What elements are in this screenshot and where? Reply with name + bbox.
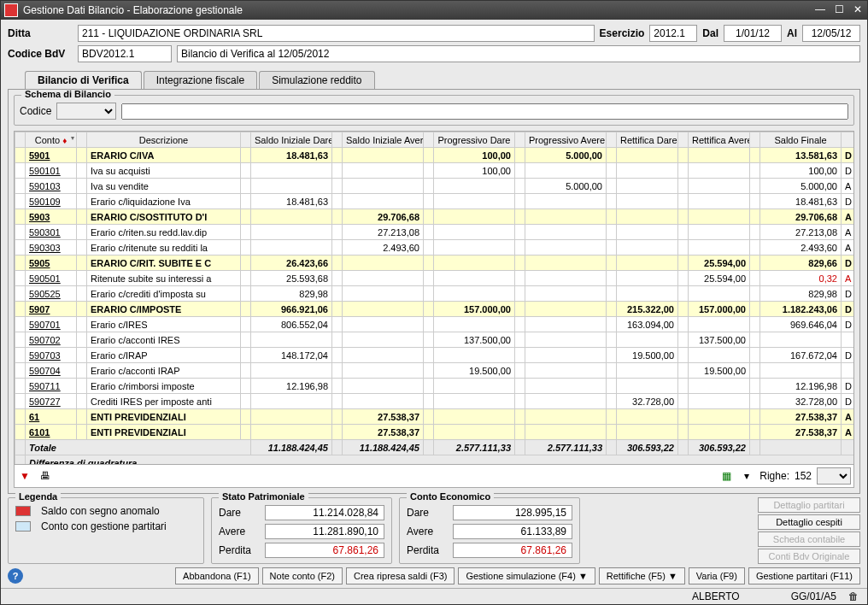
ce-perdita: 67.861,26 (453, 543, 572, 558)
table-row[interactable]: 590301Erario c/riten.su redd.lav.dip27.2… (15, 225, 854, 240)
table-row[interactable]: 5905ERARIO C/RIT. SUBITE E C26.423,6625.… (15, 256, 854, 271)
esercizio-field[interactable] (649, 25, 697, 42)
stato-perdita: 67.861,26 (265, 543, 384, 558)
status-user: ALBERTO (692, 590, 740, 602)
conto-economico-panel: Conto Economico Dare128.995,15 Avere61.1… (399, 497, 580, 564)
col-rd[interactable]: Rettifica Dare (617, 132, 678, 148)
quadratura-row: Differenza di quadratura (15, 455, 854, 465)
table-row[interactable]: 590109Erario c/liquidazione Iva18.481,63… (15, 194, 854, 209)
maximize-icon[interactable]: ☐ (833, 4, 845, 16)
rettifiche-button[interactable]: Rettifiche (F5) ▼ (599, 567, 685, 584)
status-code: GG/01/A5 (791, 590, 836, 602)
filter-icon[interactable]: ▼ (17, 468, 32, 484)
legenda-anom: Saldo con segno anomalo (41, 505, 160, 517)
grid-header: Conto ♦▾ Descrizione Saldo Iniziale Dare… (15, 132, 854, 148)
col-sf[interactable]: Saldo Finale (760, 132, 842, 148)
al-field[interactable] (802, 25, 860, 42)
table-row[interactable]: 590711Erario c/rimborsi imposte12.196,98… (15, 379, 854, 394)
rowcount-value: 152 (795, 470, 812, 482)
legenda-partitari: Conto con gestione partitari (41, 520, 167, 532)
codice-bdv-field[interactable] (78, 45, 172, 62)
ce-dare: 128.995,15 (453, 505, 572, 520)
dal-field[interactable] (724, 25, 782, 42)
totals-row: Totale 11.188.424,45 11.188.424,45 2.577… (15, 440, 854, 455)
rowcount-label: Righe: (760, 470, 789, 482)
legenda-panel: Legenda Saldo con segno anomalo Conto co… (8, 497, 204, 564)
table-row[interactable]: 590103Iva su vendite5.000,005.000,00A (15, 179, 854, 194)
col-descr[interactable]: Descrizione (87, 132, 241, 148)
schema-codice-label: Codice (20, 105, 51, 117)
ditta-label: Ditta (8, 27, 73, 39)
dal-label: Dal (702, 27, 718, 39)
print-icon[interactable]: 🖶 (38, 468, 53, 484)
table-row[interactable]: 590701Erario c/IRES806.552,04163.094,009… (15, 317, 854, 332)
crea-ripresa-button[interactable]: Crea ripresa saldi (F3) (346, 567, 455, 584)
gestione-partitari-button[interactable]: Gestione partitari (F11) (748, 567, 860, 584)
grid-scroll[interactable]: Conto ♦▾ Descrizione Saldo Iniziale Dare… (15, 132, 853, 464)
dettaglio-cespiti-button[interactable]: Dettaglio cespiti (758, 514, 860, 530)
varia-button[interactable]: Varia (F9) (689, 567, 745, 584)
header-form: Ditta Esercizio Dal Al Codice BdV (1, 20, 867, 68)
legenda-title: Legenda (15, 491, 61, 502)
col-pd[interactable]: Progressivo Dare (434, 132, 515, 148)
col-expand[interactable] (15, 132, 26, 148)
help-icon[interactable]: ? (8, 568, 23, 584)
window-title: Gestione Dati Bilancio - Elaborazione ge… (23, 4, 243, 16)
al-label: Al (787, 27, 797, 39)
excel-icon[interactable]: ▦ (718, 468, 734, 484)
schema-codice-select[interactable] (56, 103, 116, 120)
stato-title: Stato Patrimoniale (219, 491, 308, 502)
ditta-field[interactable] (78, 25, 595, 42)
stato-dare: 11.214.028,84 (265, 505, 384, 520)
note-conto-button[interactable]: Note conto (F2) (262, 567, 343, 584)
trash-icon[interactable]: 🗑 (848, 590, 859, 602)
table-row[interactable]: 590101Iva su acquisti100,00100,00D (15, 163, 854, 179)
schema-desc-field[interactable] (121, 103, 848, 120)
col-pa[interactable]: Progressivo Avere (525, 132, 607, 148)
col-sia[interactable]: Saldo Iniziale Avere (343, 132, 424, 148)
swatch-anomalo (15, 506, 31, 516)
table-row[interactable]: 590727Crediti IRES per imposte anti32.72… (15, 394, 854, 409)
close-icon[interactable]: ✕ (852, 4, 864, 16)
grid-toolbar: ▼ 🖶 ▦ ▾ Righe: 152 (15, 464, 853, 487)
table-row[interactable]: 5907ERARIO C/IMPOSTE966.921,06157.000,00… (15, 302, 854, 317)
dettaglio-partitari-button[interactable]: Dettaglio partitari (758, 497, 860, 513)
codice-bdv-label: Codice BdV (8, 48, 73, 60)
col-conto[interactable]: Conto ♦▾ (26, 132, 77, 148)
tab-integrazione-fiscale[interactable]: Integrazione fiscale (144, 71, 257, 89)
scheda-contabile-button[interactable]: Scheda contabile (758, 532, 860, 547)
data-grid: Conto ♦▾ Descrizione Saldo Iniziale Dare… (15, 132, 853, 464)
rowcount-select[interactable] (817, 467, 851, 485)
col-ra[interactable]: Rettifica Avere (689, 132, 750, 148)
tab-bilancio-verifica[interactable]: Bilancio di Verifica (25, 71, 142, 89)
table-row[interactable]: 590702Erario c/acconti IRES137.500,00137… (15, 332, 854, 348)
conto-ec-title: Conto Economico (407, 491, 494, 502)
app-icon (4, 3, 18, 17)
table-row[interactable]: 590501Ritenute subite su interessi a25.5… (15, 271, 854, 286)
settings-icon[interactable]: ▾ (739, 468, 754, 484)
col-sid[interactable]: Saldo Iniziale Dare (251, 132, 332, 148)
stato-avere: 11.281.890,10 (265, 524, 384, 539)
schema-bilancio-box: Schema di Bilancio Codice (14, 95, 854, 126)
table-row[interactable]: 590704Erario c/acconti IRAP19.500,0019.5… (15, 363, 854, 379)
titlebar: Gestione Dati Bilancio - Elaborazione ge… (1, 1, 867, 20)
table-row[interactable]: 6101ENTI PREVIDENZIALI27.538,3727.538,37… (15, 425, 854, 440)
table-row[interactable]: 590525Erario c/crediti d'imposta su829,9… (15, 286, 854, 302)
table-row[interactable]: 5901ERARIO C/IVA18.481,63100,005.000,001… (15, 148, 854, 163)
conti-bdv-originale-button[interactable]: Conti Bdv Originale (758, 549, 860, 564)
tab-simulazione-reddito[interactable]: Simulazione reddito (259, 71, 374, 89)
ce-avere: 61.133,89 (453, 524, 572, 539)
schema-legend: Schema di Bilancio (21, 89, 114, 99)
table-row[interactable]: 5903ERARIO C/SOSTITUTO D'I29.706,6829.70… (15, 209, 854, 225)
gestione-simulazione-button[interactable]: Gestione simulazione (F4) ▼ (458, 567, 595, 584)
abbandona-button[interactable]: Abbandona (F1) (175, 567, 259, 584)
table-row[interactable]: 590303Erario c/ritenute su redditi la2.4… (15, 240, 854, 256)
stato-patrimoniale-panel: Stato Patrimoniale Dare11.214.028,84 Ave… (211, 497, 392, 564)
table-row[interactable]: 61ENTI PREVIDENZIALI27.538,3727.538,37A (15, 409, 854, 425)
minimize-icon[interactable]: — (814, 4, 826, 16)
esercizio-label: Esercizio (600, 27, 645, 39)
swatch-partitari (15, 521, 31, 532)
table-row[interactable]: 590703Erario c/IRAP148.172,0419.500,0016… (15, 348, 854, 363)
bdv-desc-field[interactable] (177, 45, 860, 62)
